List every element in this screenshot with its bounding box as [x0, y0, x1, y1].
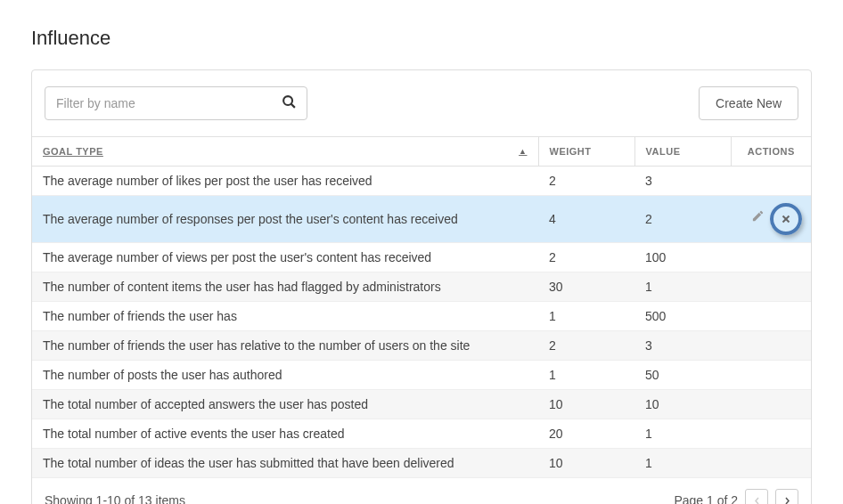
edit-icon[interactable] — [749, 207, 766, 224]
value-cell: 50 — [634, 361, 731, 390]
search-input[interactable] — [45, 86, 307, 120]
goal-type-cell: The number of posts the user has authore… — [32, 361, 538, 390]
goal-type-cell: The total number of accepted answers the… — [32, 390, 538, 419]
weight-cell: 20 — [538, 419, 634, 449]
weight-cell: 10 — [538, 449, 634, 478]
prev-page-button[interactable] — [745, 489, 768, 504]
table-row[interactable]: The total number of accepted answers the… — [32, 390, 811, 419]
weight-cell: 4 — [538, 196, 634, 243]
goal-type-cell: The total number of ideas the user has s… — [32, 449, 538, 478]
goal-type-cell: The total number of active events the us… — [32, 419, 538, 449]
search-wrap — [45, 86, 307, 120]
column-header-goal-type[interactable]: GOAL TYPE ▲ — [32, 137, 538, 167]
table-row[interactable]: The number of posts the user has authore… — [32, 361, 811, 390]
next-page-button[interactable] — [775, 489, 798, 504]
goal-type-cell: The number of content items the user has… — [32, 272, 538, 302]
column-header-actions: ACTIONS — [731, 137, 811, 167]
goal-type-cell: The average number of views per post the… — [32, 243, 538, 272]
value-cell: 3 — [634, 167, 731, 196]
goal-type-cell: The number of friends the user has relat… — [32, 331, 538, 361]
sort-ascending-icon: ▲ — [519, 147, 527, 156]
toolbar: Create New — [32, 70, 811, 136]
showing-text: Showing 1-10 of 13 items — [45, 493, 185, 504]
table-row[interactable]: The total number of ideas the user has s… — [32, 449, 811, 478]
svg-line-1 — [291, 104, 295, 108]
actions-cell — [731, 449, 811, 478]
influence-table: GOAL TYPE ▲ WEIGHT VALUE ACTIONS The ave… — [32, 136, 811, 478]
table-row[interactable]: The total number of active events the us… — [32, 419, 811, 449]
influence-card: Create New GOAL TYPE ▲ WEIGHT VALUE ACTI… — [31, 69, 812, 504]
column-header-label: GOAL TYPE — [43, 146, 103, 157]
table-row[interactable]: The average number of responses per post… — [32, 196, 811, 243]
actions-cell — [731, 390, 811, 419]
weight-cell: 1 — [538, 361, 634, 390]
table-row[interactable]: The number of content items the user has… — [32, 272, 811, 302]
page-title: Influence — [31, 27, 812, 50]
weight-cell: 2 — [538, 331, 634, 361]
value-cell: 1 — [634, 419, 731, 449]
table-footer: Showing 1-10 of 13 items Page 1 of 2 — [32, 478, 811, 504]
weight-cell: 2 — [538, 243, 634, 272]
goal-type-cell: The average number of responses per post… — [32, 196, 538, 243]
actions-cell — [731, 196, 811, 243]
column-header-value[interactable]: VALUE — [634, 137, 731, 167]
weight-cell: 2 — [538, 167, 634, 196]
weight-cell: 10 — [538, 390, 634, 419]
table-row[interactable]: The average number of views per post the… — [32, 243, 811, 272]
value-cell: 100 — [634, 243, 731, 272]
table-row[interactable]: The number of friends the user has relat… — [32, 331, 811, 361]
value-cell: 10 — [634, 390, 731, 419]
value-cell: 2 — [634, 196, 731, 243]
actions-cell — [731, 167, 811, 196]
table-row[interactable]: The average number of likes per post the… — [32, 167, 811, 196]
pager: Page 1 of 2 — [674, 489, 798, 504]
weight-cell: 1 — [538, 302, 634, 331]
value-cell: 1 — [634, 272, 731, 302]
create-new-button[interactable]: Create New — [699, 86, 798, 120]
table-row[interactable]: The number of friends the user has1500 — [32, 302, 811, 331]
actions-cell — [731, 331, 811, 361]
actions-cell — [731, 302, 811, 331]
search-icon[interactable] — [282, 94, 297, 112]
goal-type-cell: The average number of likes per post the… — [32, 167, 538, 196]
actions-cell — [731, 361, 811, 390]
value-cell: 500 — [634, 302, 731, 331]
value-cell: 1 — [634, 449, 731, 478]
svg-point-0 — [283, 96, 292, 105]
weight-cell: 30 — [538, 272, 634, 302]
page-label: Page 1 of 2 — [674, 493, 738, 504]
column-header-weight[interactable]: WEIGHT — [538, 137, 634, 167]
goal-type-cell: The number of friends the user has — [32, 302, 538, 331]
value-cell: 3 — [634, 331, 731, 361]
delete-highlight-circle — [770, 203, 802, 235]
delete-icon[interactable] — [777, 210, 795, 228]
actions-cell — [731, 272, 811, 302]
actions-cell — [731, 419, 811, 449]
actions-cell — [731, 243, 811, 272]
